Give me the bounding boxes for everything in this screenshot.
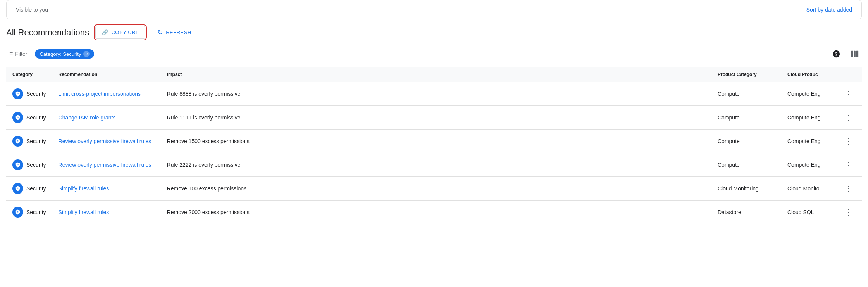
recommendation-cell-0: Limit cross-project impersonations	[52, 82, 161, 106]
product-category-cell-1: Compute	[711, 106, 781, 130]
category-cell-4: Security	[6, 177, 52, 201]
category-cell-5: Security	[6, 201, 52, 224]
columns-button[interactable]	[848, 47, 862, 61]
category-label: Security	[26, 138, 46, 144]
actions-cell-0: ⋮	[835, 82, 862, 106]
recommendation-cell-4: Simplify firewall rules	[52, 177, 161, 201]
product-category-cell-2: Compute	[711, 130, 781, 153]
help-icon: ?	[832, 50, 840, 58]
filter-label: Filter	[15, 51, 27, 57]
cloud-product-cell-4: Cloud Monito	[781, 177, 835, 201]
more-button-1[interactable]: ⋮	[842, 111, 856, 124]
table-container: Category Recommendation Impact Product C…	[6, 67, 862, 224]
actions-cell-4: ⋮	[835, 177, 862, 201]
col-header-recommendation: Recommendation	[52, 67, 161, 82]
category-label: Security	[26, 185, 46, 192]
table-row: Security Review overly permissive firewa…	[6, 130, 862, 153]
svg-point-15	[17, 211, 18, 212]
main-content: All Recommendations 🔗 COPY URL ↻ REFRESH…	[0, 26, 868, 224]
more-button-2[interactable]: ⋮	[842, 135, 856, 147]
chip-label: Category: Security	[40, 51, 81, 57]
product-category-cell-0: Compute	[711, 82, 781, 106]
refresh-button[interactable]: ↻ REFRESH	[152, 26, 198, 39]
refresh-label: REFRESH	[166, 29, 191, 35]
page-title: All Recommendations	[6, 28, 89, 38]
cloud-product-cell-5: Cloud SQL	[781, 201, 835, 224]
recommendations-header: All Recommendations 🔗 COPY URL ↻ REFRESH	[6, 26, 862, 39]
svg-rect-8	[17, 118, 18, 119]
table-row: Security Simplify firewall rulesRemove 1…	[6, 177, 862, 201]
col-header-impact: Impact	[161, 67, 711, 82]
sort-by-date-link[interactable]: Sort by date added	[806, 7, 852, 13]
filter-button[interactable]: ≡ Filter	[6, 49, 30, 59]
security-icon	[12, 159, 23, 170]
category-cell-2: Security	[6, 130, 52, 153]
recommendation-cell-3: Review overly permissive firewall rules	[52, 153, 161, 177]
category-label: Security	[26, 209, 46, 215]
filter-right: ?	[829, 47, 862, 61]
impact-cell-4: Remove 100 excess permissions	[161, 177, 711, 201]
table-header: Category Recommendation Impact Product C…	[6, 67, 862, 82]
category-cell-3: Security	[6, 153, 52, 177]
recommendations-table: Category Recommendation Impact Product C…	[6, 67, 862, 224]
more-button-5[interactable]: ⋮	[842, 206, 856, 218]
table-row: Security Simplify firewall rulesRemove 2…	[6, 201, 862, 224]
impact-cell-3: Rule 2222 is overly permissive	[161, 153, 711, 177]
product-category-cell-5: Datastore	[711, 201, 781, 224]
table-row: Security Change IAM role grantsRule 1111…	[6, 106, 862, 130]
col-header-category: Category	[6, 67, 52, 82]
more-button-0[interactable]: ⋮	[842, 88, 856, 100]
svg-rect-14	[17, 189, 18, 190]
impact-cell-1: Rule 1111 is overly permissive	[161, 106, 711, 130]
product-category-cell-3: Compute	[711, 153, 781, 177]
svg-point-13	[17, 188, 18, 188]
visible-to-you-label: Visible to you	[16, 7, 48, 13]
svg-rect-6	[17, 94, 18, 95]
security-icon	[12, 112, 23, 123]
svg-rect-4	[856, 51, 859, 57]
chip-close-button[interactable]: ×	[83, 51, 90, 57]
category-cell-1: Security	[6, 106, 52, 130]
svg-rect-16	[17, 213, 18, 213]
security-icon	[12, 136, 23, 147]
table-row: Security Limit cross-project impersonati…	[6, 82, 862, 106]
col-header-product-category: Product Category	[711, 67, 781, 82]
header-row: Category Recommendation Impact Product C…	[6, 67, 862, 82]
svg-rect-12	[17, 165, 18, 166]
category-label: Security	[26, 162, 46, 168]
svg-text:?: ?	[835, 51, 838, 57]
recommendation-link-4[interactable]: Simplify firewall rules	[59, 185, 109, 192]
product-category-cell-4: Cloud Monitoring	[711, 177, 781, 201]
svg-point-11	[17, 164, 18, 165]
category-label: Security	[26, 91, 46, 97]
recommendation-link-0[interactable]: Limit cross-project impersonations	[59, 91, 141, 97]
svg-rect-3	[854, 51, 856, 57]
table-row: Security Review overly permissive firewa…	[6, 153, 862, 177]
cloud-product-cell-0: Compute Eng	[781, 82, 835, 106]
recommendation-link-3[interactable]: Review overly permissive firewall rules	[59, 162, 152, 168]
recommendation-link-1[interactable]: Change IAM role grants	[59, 114, 116, 121]
svg-rect-10	[17, 142, 18, 142]
recommendation-link-2[interactable]: Review overly permissive firewall rules	[59, 138, 152, 144]
col-header-actions	[835, 67, 862, 82]
columns-icon	[851, 50, 859, 58]
security-icon	[12, 183, 23, 194]
impact-cell-2: Remove 1500 excess permissions	[161, 130, 711, 153]
actions-cell-2: ⋮	[835, 130, 862, 153]
recommendation-cell-2: Review overly permissive firewall rules	[52, 130, 161, 153]
svg-point-9	[17, 140, 18, 141]
copy-url-button[interactable]: 🔗 COPY URL	[95, 26, 145, 39]
actions-cell-3: ⋮	[835, 153, 862, 177]
filter-icon: ≡	[9, 50, 13, 57]
security-icon	[12, 207, 23, 218]
more-button-3[interactable]: ⋮	[842, 159, 856, 171]
table-body: Security Limit cross-project impersonati…	[6, 82, 862, 224]
more-button-4[interactable]: ⋮	[842, 182, 856, 195]
col-header-cloud-product: Cloud Produc	[781, 67, 835, 82]
help-button[interactable]: ?	[829, 47, 843, 61]
cloud-product-cell-1: Compute Eng	[781, 106, 835, 130]
actions-cell-1: ⋮	[835, 106, 862, 130]
recommendation-cell-1: Change IAM role grants	[52, 106, 161, 130]
cloud-product-cell-2: Compute Eng	[781, 130, 835, 153]
recommendation-link-5[interactable]: Simplify firewall rules	[59, 209, 109, 215]
